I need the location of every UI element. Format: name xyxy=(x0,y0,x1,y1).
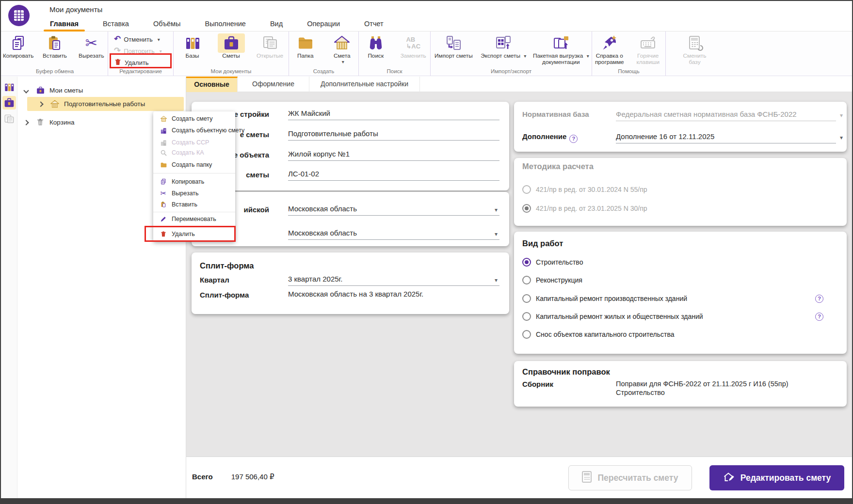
ribbon: Копировать Вставить ✂ Вырезать Буфер обм… xyxy=(1,32,852,76)
split-form-title: Сплит-форма xyxy=(200,261,254,270)
help-icon[interactable]: ? xyxy=(815,313,823,321)
estimate-name-input[interactable]: Подготовительные работы xyxy=(288,129,499,141)
total-label: Всего xyxy=(192,472,213,481)
rail-opened-button[interactable] xyxy=(2,112,16,126)
worktype-option-kapremont-proizv[interactable]: Капитальный ремонт производственных здан… xyxy=(522,293,836,304)
scissors-icon: ✂ xyxy=(85,33,97,53)
tab-obyomy[interactable]: Объёмы xyxy=(141,17,193,32)
redo-button: ↷ Повторить ▾ xyxy=(108,46,171,56)
replace-button: AB↳AC Заменить xyxy=(397,33,431,59)
worktype-option-kapremont-zhil[interactable]: Капитальный ремонт жилых и общественных … xyxy=(522,311,836,322)
worktype-option-stroitelstvo[interactable]: Строительство xyxy=(522,256,836,268)
region-select[interactable]: Московская область xyxy=(288,205,499,216)
supplement-label: Дополнение? xyxy=(522,132,578,143)
batch-upload-button[interactable]: Пакетная выгрузка ▾документации xyxy=(531,33,592,65)
radio-icon[interactable] xyxy=(522,294,531,303)
tab-vypolnenie[interactable]: Выполнение xyxy=(193,17,258,32)
export-dropdown-icon[interactable]: ▾ xyxy=(524,53,526,59)
dropdown-arrow-icon[interactable]: ▾ xyxy=(495,277,498,284)
paste-icon xyxy=(160,201,167,208)
tab-vid[interactable]: Вид xyxy=(258,17,295,32)
undo-dropdown-icon[interactable]: ▾ xyxy=(158,37,160,42)
delete-button[interactable]: Удалить xyxy=(108,58,171,67)
help-icon[interactable]: ? xyxy=(569,135,578,143)
quarter-select[interactable]: 3 квартал 2025г. xyxy=(288,275,499,286)
edit-estimate-button[interactable]: Редактировать смету xyxy=(709,465,844,490)
radio-icon[interactable] xyxy=(522,330,531,339)
cut-button[interactable]: ✂ Вырезать xyxy=(75,33,108,59)
tree-item-my-estimates[interactable]: Мои сметы xyxy=(17,84,186,96)
house-icon xyxy=(160,115,167,123)
create-folder-button[interactable]: Папка xyxy=(289,33,322,64)
region2-select[interactable]: Московская область xyxy=(288,229,499,240)
trash-icon xyxy=(35,118,46,126)
worktype-option-rekonstrukciya[interactable]: Реконструкция xyxy=(522,274,836,286)
supplement-select[interactable]: Дополнение 16 от 12.11.2025 xyxy=(616,132,836,143)
paste-button[interactable]: Вставить xyxy=(38,33,71,59)
tree-item-selected-podgotovitelnye[interactable]: Подготовительные работы xyxy=(27,97,184,111)
tab-osnovnye[interactable]: Основные xyxy=(186,77,238,92)
menu-copy[interactable]: Копировать xyxy=(153,176,235,188)
tab-dop-nastroyki[interactable]: Дополнительные настройки xyxy=(309,77,420,92)
worktype-option-snos[interactable]: Снос объектов капитального строительства xyxy=(522,329,836,340)
export-estimate-button[interactable]: Экспорт сметы ▾ xyxy=(481,33,527,65)
help-icon[interactable]: ? xyxy=(815,295,823,303)
rail-estimates-button[interactable] xyxy=(2,96,16,110)
bases-button[interactable]: Базы xyxy=(175,33,210,59)
card-region: ийской Московская область ▾ Московская о… xyxy=(192,192,509,246)
dropdown-arrow-icon[interactable]: ▾ xyxy=(495,231,498,237)
rail-bases-button[interactable] xyxy=(2,80,16,94)
title-bar: Мои документы xyxy=(1,1,852,17)
radio-selected-icon[interactable] xyxy=(522,258,531,267)
tab-vstavka[interactable]: Вставка xyxy=(91,17,141,32)
undo-icon: ↶ xyxy=(114,35,121,44)
collection-value-line2: Строительство xyxy=(616,389,836,399)
menu-create-object-estimate[interactable]: Создать объектную смету xyxy=(153,125,235,136)
bookshelf-icon xyxy=(184,33,201,53)
edit-estimate-label: Редактировать смету xyxy=(740,473,831,483)
copy-label: Копировать xyxy=(3,53,34,59)
chevron-right-icon[interactable] xyxy=(39,100,49,108)
estimates-button[interactable]: Сметы xyxy=(214,33,249,59)
create-estimate-dropdown-icon[interactable]: ▾ xyxy=(342,59,344,64)
trash-icon xyxy=(160,231,167,237)
radio-icon[interactable] xyxy=(522,312,531,321)
batch-upload-label: Пакетная выгрузка ▾документации xyxy=(533,53,589,65)
footer-bar: Всего197 506,40 ₽ Пересчитать смету Реда… xyxy=(186,457,852,498)
menu-create-estimate[interactable]: Создать смету xyxy=(153,113,235,125)
redo-label: Повторить xyxy=(124,47,154,55)
radio-icon[interactable] xyxy=(522,276,531,284)
menu-item-label: Создать ССР xyxy=(172,139,209,146)
tab-oformlenie[interactable]: Оформление xyxy=(238,77,309,92)
chevron-down-icon[interactable] xyxy=(24,87,35,94)
hotkeys-label: Горячиеклавиши xyxy=(636,53,660,65)
chevron-right-icon[interactable] xyxy=(24,119,35,126)
object-name-input[interactable]: Жилой корпус №1 xyxy=(288,150,499,161)
change-base-label: Сменитьбазу xyxy=(683,53,707,65)
tab-glavnaya[interactable]: Главная xyxy=(38,17,91,32)
undo-button[interactable]: ↶ Отменить ▾ xyxy=(108,34,171,44)
import-estimate-button[interactable]: Импорт сметы xyxy=(431,33,477,65)
undo-label: Отменить xyxy=(124,36,152,43)
create-estimate-button[interactable]: Смета ▾ xyxy=(326,33,359,64)
tab-otchet[interactable]: Отчет xyxy=(352,17,396,32)
change-base-button: Сменитьбазу xyxy=(677,33,712,65)
search-button[interactable]: Поиск xyxy=(359,33,393,59)
estimate-code-input[interactable]: ЛС-01-02 xyxy=(288,170,499,181)
menu-cut[interactable]: ✂ Вырезать xyxy=(153,188,235,199)
opened-button: Открытые xyxy=(253,33,288,59)
tab-operacii[interactable]: Операции xyxy=(295,17,352,32)
menu-delete[interactable]: Удалить xyxy=(153,228,235,240)
group-impexp: Импорт сметы Экспорт сметы ▾ Пакетная вы… xyxy=(430,32,592,76)
dropdown-arrow-icon[interactable]: ▾ xyxy=(840,134,843,141)
about-button[interactable]: Справка опрограмме xyxy=(592,33,627,65)
copy-button[interactable]: Копировать xyxy=(2,33,34,59)
menu-rename[interactable]: Переименовать xyxy=(153,213,235,225)
dropdown-arrow-icon[interactable]: ▾ xyxy=(495,206,498,213)
construction-name-input[interactable]: ЖК Майский xyxy=(288,109,499,120)
edit-house-icon xyxy=(723,471,735,485)
batch-dropdown-icon[interactable]: ▾ xyxy=(587,53,589,59)
building-icon xyxy=(160,127,167,134)
menu-paste[interactable]: Вставить xyxy=(153,199,235,210)
menu-create-folder[interactable]: Создать папку xyxy=(153,159,235,171)
